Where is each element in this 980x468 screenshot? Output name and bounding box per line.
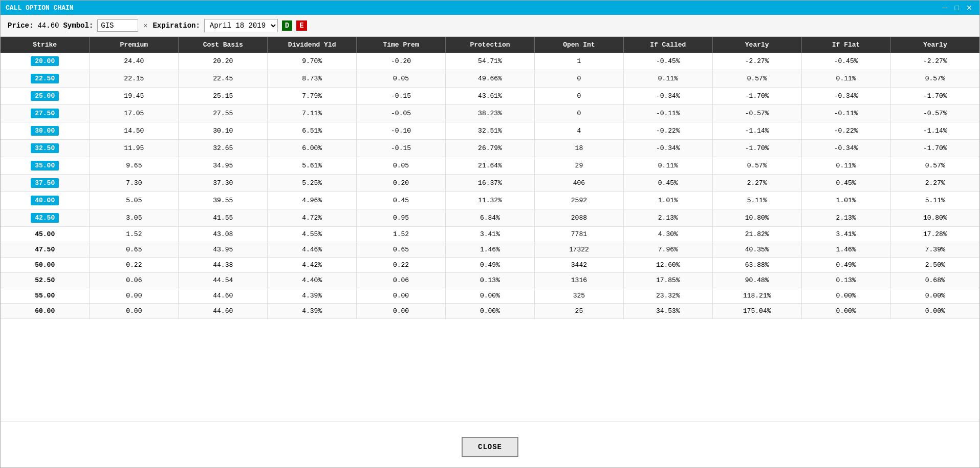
col-dividend-yld: Dividend Yld (268, 37, 357, 53)
yearly2-cell: -2.27% (890, 53, 979, 70)
table-row: 30.0014.5030.106.51%-0.1032.51%4-0.22%-1… (1, 122, 979, 140)
open-int-cell: 25 (534, 304, 623, 319)
if-called-cell: 23.32% (623, 288, 712, 304)
table-row: 60.000.0044.604.39%0.000.00%2534.53%175.… (1, 304, 979, 319)
strike-cell: 47.50 (1, 242, 90, 258)
premium-cell: 14.50 (90, 122, 179, 140)
if-flat-cell: -0.34% (801, 88, 890, 105)
badge-e[interactable]: E (296, 20, 307, 31)
badge-d[interactable]: D (282, 20, 292, 31)
time-prem-cell: -0.20 (357, 53, 446, 70)
yearly1-cell: -2.27% (712, 53, 801, 70)
col-time-prem: Time Prem (357, 37, 446, 53)
protection-cell: 49.66% (446, 70, 535, 88)
col-if-called: If Called (623, 37, 712, 53)
table-row: 35.009.6534.955.61%0.0521.64%290.11%0.57… (1, 157, 979, 175)
table-row: 25.0019.4525.157.79%-0.1543.61%0-0.34%-1… (1, 88, 979, 105)
minimize-button[interactable]: ─ (941, 4, 950, 12)
col-yearly-2: Yearly (890, 37, 979, 53)
if-flat-cell: -0.45% (801, 53, 890, 70)
premium-cell: 5.05 (90, 192, 179, 209)
open-int-cell: 2592 (534, 192, 623, 209)
close-button[interactable]: CLOSE (462, 437, 518, 457)
cost-basis-cell: 44.60 (179, 304, 268, 319)
symbol-label: Symbol: (63, 22, 93, 30)
time-prem-cell: 0.95 (357, 209, 446, 227)
col-yearly-1: Yearly (712, 37, 801, 53)
cost-basis-cell: 43.08 (179, 227, 268, 242)
if-flat-cell: 0.11% (801, 157, 890, 175)
window-controls: ─ □ ✕ (941, 4, 974, 12)
strike-highlight-badge: 25.00 (31, 91, 59, 101)
protection-cell: 0.13% (446, 273, 535, 288)
table-row: 47.500.6543.954.46%0.651.46%173227.96%40… (1, 242, 979, 258)
yearly1-cell: -0.57% (712, 105, 801, 122)
strike-highlight-badge: 22.50 (31, 74, 59, 83)
if-called-cell: -0.34% (623, 88, 712, 105)
protection-cell: 26.79% (446, 140, 535, 157)
close-window-button[interactable]: ✕ (964, 4, 974, 12)
if-called-cell: 4.30% (623, 227, 712, 242)
expiration-select[interactable]: April 18 2019 (204, 19, 278, 32)
strike-cell: 55.00 (1, 288, 90, 304)
cost-basis-cell: 22.45 (179, 70, 268, 88)
open-int-cell: 0 (534, 88, 623, 105)
strike-cell: 37.50 (1, 175, 90, 192)
yearly1-cell: 40.35% (712, 242, 801, 258)
div-yld-cell: 4.72% (268, 209, 357, 227)
open-int-cell: 325 (534, 288, 623, 304)
if-called-cell: 0.11% (623, 157, 712, 175)
if-flat-cell: 3.41% (801, 227, 890, 242)
protection-cell: 21.64% (446, 157, 535, 175)
time-prem-cell: 0.45 (357, 192, 446, 209)
table-row: 32.5011.9532.656.00%-0.1526.79%18-0.34%-… (1, 140, 979, 157)
yearly1-cell: 90.48% (712, 273, 801, 288)
open-int-cell: 2088 (534, 209, 623, 227)
symbol-input[interactable] (97, 19, 138, 32)
div-yld-cell: 8.73% (268, 70, 357, 88)
cost-basis-cell: 27.55 (179, 105, 268, 122)
yearly2-cell: 2.50% (890, 258, 979, 273)
if-flat-cell: 0.13% (801, 273, 890, 288)
col-premium: Premium (90, 37, 179, 53)
if-flat-cell: 0.00% (801, 288, 890, 304)
protection-cell: 6.84% (446, 209, 535, 227)
protection-cell: 1.46% (446, 242, 535, 258)
open-int-cell: 3442 (534, 258, 623, 273)
cost-basis-cell: 30.10 (179, 122, 268, 140)
div-yld-cell: 4.40% (268, 273, 357, 288)
table-row: 40.005.0539.554.96%0.4511.32%25921.01%5.… (1, 192, 979, 209)
open-int-cell: 0 (534, 105, 623, 122)
cost-basis-cell: 34.95 (179, 157, 268, 175)
cost-basis-cell: 37.30 (179, 175, 268, 192)
div-yld-cell: 4.55% (268, 227, 357, 242)
yearly1-cell: -1.70% (712, 140, 801, 157)
time-prem-cell: 0.22 (357, 258, 446, 273)
col-if-flat: If Flat (801, 37, 890, 53)
maximize-button[interactable]: □ (953, 4, 961, 12)
premium-cell: 9.65 (90, 157, 179, 175)
div-yld-cell: 7.79% (268, 88, 357, 105)
cost-basis-cell: 44.60 (179, 288, 268, 304)
time-prem-cell: 0.20 (357, 175, 446, 192)
clear-symbol-button[interactable]: × (142, 22, 148, 30)
yearly1-cell: 5.11% (712, 192, 801, 209)
yearly1-cell: 63.88% (712, 258, 801, 273)
yearly2-cell: 0.00% (890, 304, 979, 319)
if-flat-cell: 0.49% (801, 258, 890, 273)
if-called-cell: 2.13% (623, 209, 712, 227)
premium-cell: 17.05 (90, 105, 179, 122)
cost-basis-cell: 25.15 (179, 88, 268, 105)
protection-cell: 54.71% (446, 53, 535, 70)
strike-cell: 20.00 (1, 53, 90, 70)
strike-highlight-badge: 27.50 (31, 109, 59, 118)
yearly2-cell: 10.80% (890, 209, 979, 227)
protection-cell: 11.32% (446, 192, 535, 209)
col-protection: Protection (446, 37, 535, 53)
window-title: CALL OPTION CHAIN (6, 4, 74, 12)
strike-cell: 40.00 (1, 192, 90, 209)
yearly2-cell: -1.70% (890, 140, 979, 157)
premium-cell: 3.05 (90, 209, 179, 227)
table-row: 45.001.5243.084.55%1.523.41%77814.30%21.… (1, 227, 979, 242)
if-flat-cell: -0.34% (801, 140, 890, 157)
